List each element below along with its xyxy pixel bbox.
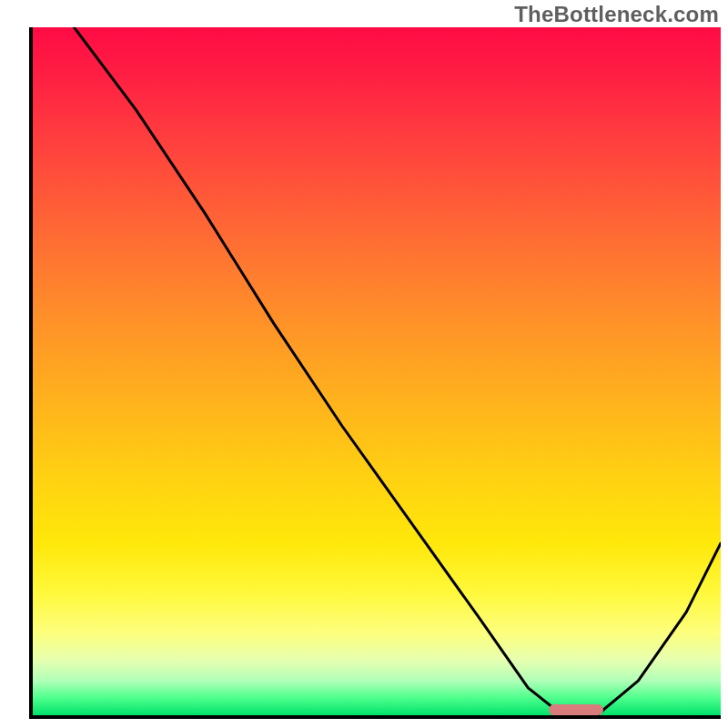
chart-container: TheBottleneck.com (0, 0, 728, 728)
y-axis (29, 27, 33, 719)
bottleneck-curve (33, 27, 721, 715)
optimal-range-marker (549, 704, 603, 715)
plot-area (33, 27, 721, 715)
watermark-label: TheBottleneck.com (514, 2, 719, 27)
x-axis (29, 715, 721, 719)
